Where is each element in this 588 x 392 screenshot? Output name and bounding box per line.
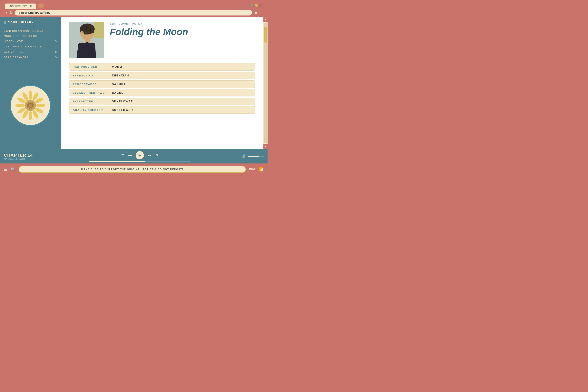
svg-point-22 — [30, 104, 31, 106]
sidebar-item-carp[interactable]: CARP WITH A THOUSAND E... — [4, 44, 57, 49]
search-icon[interactable]: 🔍 — [10, 167, 16, 172]
bookmark-button[interactable]: ★ — [254, 10, 258, 15]
credit-label-cleaner: CLEANER/REDRAWER — [73, 91, 112, 94]
svg-point-3 — [36, 104, 45, 107]
player-chapter: CHAPTER 14 — [4, 153, 51, 158]
close-button[interactable] — [259, 4, 262, 7]
library-icon: ⫴ — [4, 20, 6, 25]
sidebar-list: STAR DREAM IDOL PROJECT MORE THAN BROTHE… — [0, 27, 61, 61]
scroll-up-button[interactable]: ▲ — [264, 17, 268, 22]
credit-label-translator: TRANSLATOR — [73, 74, 112, 77]
credit-row-typesetter: TYPESETTER SUNFLOWER — [68, 98, 256, 105]
maximize-button[interactable] — [255, 4, 258, 7]
new-tab-button[interactable]: + — [38, 3, 44, 8]
svg-point-24 — [28, 104, 30, 106]
series-label: SUNFLOWER PATCH — [110, 22, 256, 25]
bottom-bar: ☰ 🔍 MAKE SURE TO SUPPORT THE ORIGINAL AR… — [0, 164, 268, 175]
shuffle-button[interactable]: ⇄ — [121, 153, 124, 158]
active-tab[interactable]: SUNFLOWER PATCH — [5, 4, 36, 8]
menu-icon[interactable]: ☰ — [4, 167, 8, 172]
sidebar-item-label: DEAR DREAMERS — [4, 56, 28, 59]
player-source: MANGADEX/BATO — [4, 158, 51, 160]
sidebar-item-label: GET MARRIED — [4, 50, 24, 53]
sidebar-item-icon: ✿ — [54, 50, 57, 54]
sidebar-item-icon: ✿ — [54, 56, 57, 59]
scroll-down-button[interactable]: ▼ — [264, 144, 268, 149]
credit-label-quality-checker: QUALITY CHECKER — [73, 108, 112, 112]
svg-point-33 — [85, 32, 86, 33]
sidebar-item-label: HIDDEN LOVE — [4, 40, 23, 43]
player-track-info: CHAPTER 14 MANGADEX/BATO — [4, 153, 51, 160]
svg-point-9 — [16, 104, 25, 107]
content-area: SUNFLOWER PATCH Folding the Moon RAW PRO… — [61, 17, 263, 149]
browser-window: SUNFLOWER PATCH + ‹ › ↻ ★ ⫴ YOUR LIBRARY — [0, 0, 268, 176]
cover-illustration — [68, 22, 104, 58]
sidebar-item-label: CARP WITH A THOUSAND E... — [4, 45, 44, 48]
credit-row-raw-provider: RAW PROVIDER MOMO — [68, 63, 256, 70]
svg-point-6 — [28, 111, 32, 120]
sunflower-logo — [10, 85, 51, 126]
progress-fill — [89, 161, 145, 162]
minimize-button[interactable] — [251, 4, 254, 7]
progress-bar[interactable] — [89, 161, 191, 162]
scrollbar: ▲ ▼ — [263, 17, 268, 149]
player-bar: CHAPTER 14 MANGADEX/BATO ⇄ ◂◂ ▶ ▸▸ ↻ 🔊 — [0, 149, 268, 164]
credit-row-proofreader: PROOFREADER SAKURA — [68, 80, 256, 88]
volume-area: 🔊 — [228, 154, 264, 158]
sidebar-title: YOUR LIBRARY — [8, 21, 34, 24]
refresh-button[interactable]: ↻ — [10, 10, 12, 15]
sidebar-item-label: MORE THAN BROTHERS — [4, 35, 37, 38]
url-bar[interactable] — [15, 10, 252, 16]
sunflower-svg — [15, 90, 46, 121]
play-button[interactable]: ▶ — [136, 151, 144, 159]
content-top: SUNFLOWER PATCH Folding the Moon — [68, 22, 256, 58]
credit-row-quality-checker: QUALITY CHECKER SUNFLOWER — [68, 106, 256, 114]
sidebar-item-get-married[interactable]: GET MARRIED ✿ — [4, 50, 57, 54]
credit-label-raw-provider: RAW PROVIDER — [73, 66, 112, 68]
sidebar-item-more-than-brothers[interactable]: MORE THAN BROTHERS — [4, 34, 57, 38]
credit-value-proofreader: SAKURA — [112, 82, 126, 86]
manga-title: Folding the Moon — [110, 27, 256, 37]
next-button[interactable]: ▸▸ — [148, 153, 151, 158]
sidebar-item-label: STAR DREAM IDOL PROJECT — [4, 30, 44, 32]
svg-point-26 — [31, 106, 32, 108]
cover-placeholder — [68, 22, 104, 58]
bottom-right: ENG 📶 — [249, 167, 264, 172]
credit-value-quality-checker: SUNFLOWER — [112, 108, 133, 112]
svg-point-23 — [31, 104, 32, 106]
tab-area: SUNFLOWER PATCH + — [2, 2, 265, 8]
svg-point-25 — [30, 106, 31, 108]
sidebar-header: ⫴ YOUR LIBRARY — [0, 17, 61, 27]
sidebar-sunflower-area — [0, 61, 61, 149]
svg-rect-29 — [94, 22, 104, 38]
window-controls — [251, 4, 262, 7]
credit-row-cleaner: CLEANER/REDRAWER BAGEL — [68, 89, 256, 96]
player-controls: ⇄ ◂◂ ▶ ▸▸ ↻ — [51, 151, 228, 162]
sidebar-item-hidden-love[interactable]: HIDDEN LOVE ✿ — [4, 39, 57, 44]
scroll-thumb[interactable] — [264, 27, 267, 42]
language-label[interactable]: ENG — [249, 168, 256, 171]
play-icon: ▶ — [138, 153, 141, 158]
main-layout: ⫴ YOUR LIBRARY STAR DREAM IDOL PROJECT M… — [0, 17, 268, 149]
manga-cover — [68, 22, 104, 58]
credits-table: RAW PROVIDER MOMO TRANSLATOR ZHENXIAN PR… — [68, 63, 256, 114]
credit-value-cleaner: BAGEL — [112, 91, 124, 94]
sidebar-item-icon: ✿ — [54, 40, 57, 43]
volume-bar[interactable] — [248, 156, 264, 157]
back-button[interactable]: ‹ — [2, 10, 4, 15]
credit-label-proofreader: PROOFREADER — [73, 83, 112, 86]
sidebar-item-dear-dreamers[interactable]: DEAR DREAMERS ✿ — [4, 55, 57, 60]
sidebar-item-star-dream[interactable]: STAR DREAM IDOL PROJECT — [4, 29, 57, 33]
forward-button[interactable]: › — [6, 10, 7, 15]
repeat-button[interactable]: ↻ — [155, 153, 158, 158]
volume-fill — [248, 156, 259, 157]
credit-value-raw-provider: MOMO — [112, 65, 122, 68]
address-bar-row: ‹ › ↻ ★ — [0, 8, 268, 17]
prev-button[interactable]: ◂◂ — [128, 153, 132, 158]
credit-label-typesetter: TYPESETTER — [73, 100, 112, 103]
player-buttons: ⇄ ◂◂ ▶ ▸▸ ↻ — [121, 151, 158, 159]
sidebar: ⫴ YOUR LIBRARY STAR DREAM IDOL PROJECT M… — [0, 17, 61, 149]
browser-chrome: SUNFLOWER PATCH + — [0, 0, 268, 8]
credit-value-translator: ZHENXIAN — [112, 74, 129, 77]
bottom-notice: MAKE SURE TO SUPPORT THE ORIGINAL ARTIST… — [18, 166, 246, 173]
